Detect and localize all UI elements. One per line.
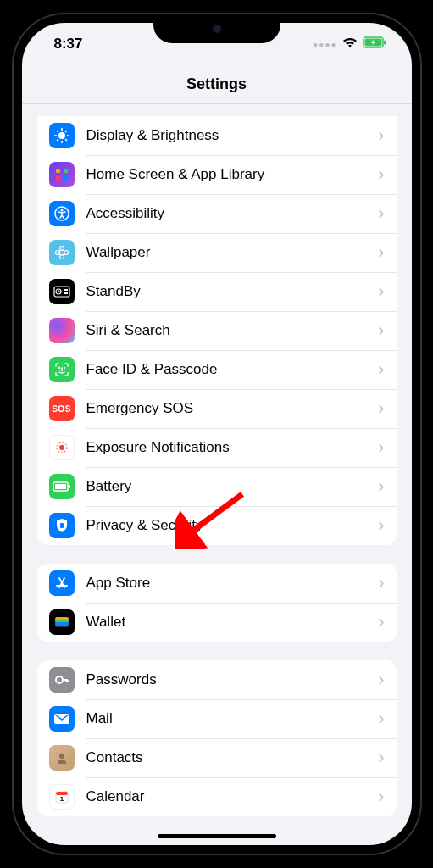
row-label: Emergency SOS <box>86 400 379 417</box>
sos-icon: SOS <box>49 396 75 421</box>
home-indicator[interactable] <box>158 834 276 838</box>
chevron-right-icon: › <box>378 320 384 342</box>
chevron-right-icon: › <box>378 476 384 498</box>
row-battery[interactable]: Battery › <box>37 467 397 506</box>
svg-point-30 <box>64 368 64 369</box>
row-label: Exposure Notifications <box>86 439 379 456</box>
svg-point-49 <box>59 754 64 759</box>
row-exposure-notifications[interactable]: Exposure Notifications › <box>37 428 397 467</box>
row-passwords[interactable]: Passwords › <box>37 660 397 699</box>
row-emergency-sos[interactable]: SOS Emergency SOS › <box>37 389 397 428</box>
row-wallet[interactable]: Wallet › <box>37 603 397 642</box>
contacts-icon <box>49 745 75 771</box>
phone-screen: 8:37 ●●●● Settings Disp <box>22 23 412 845</box>
row-mail[interactable]: Mail › <box>37 699 397 738</box>
accessibility-icon <box>49 201 75 226</box>
row-label: StandBy <box>86 283 379 300</box>
chevron-right-icon: › <box>378 572 384 594</box>
svg-rect-28 <box>64 292 68 294</box>
svg-rect-43 <box>55 622 69 626</box>
row-accessibility[interactable]: Accessibility › <box>37 194 397 233</box>
svg-rect-13 <box>64 169 68 173</box>
svg-rect-14 <box>56 176 60 181</box>
siri-icon <box>49 318 75 343</box>
row-label: Privacy & Security <box>86 517 379 534</box>
row-siri-search[interactable]: Siri & Search › <box>37 311 397 350</box>
chevron-right-icon: › <box>378 669 384 691</box>
row-label: App Store <box>86 575 379 592</box>
row-label: Home Screen & App Library <box>86 166 379 183</box>
settings-group-store: App Store › Wallet › <box>37 564 397 642</box>
row-display-brightness[interactable]: Display & Brightness › <box>37 116 397 155</box>
chevron-right-icon: › <box>378 203 384 225</box>
privacy-icon <box>49 513 75 538</box>
svg-rect-27 <box>64 289 68 291</box>
phone-frame: 8:37 ●●●● Settings Disp <box>14 14 420 854</box>
svg-rect-2 <box>384 41 386 45</box>
content[interactable]: Display & Brightness › Home Screen & App… <box>22 104 412 845</box>
row-contacts[interactable]: Contacts › <box>37 738 397 777</box>
row-label: Face ID & Passcode <box>86 361 379 378</box>
row-standby[interactable]: StandBy › <box>37 272 397 311</box>
svg-rect-34 <box>55 484 66 489</box>
chevron-right-icon: › <box>378 281 384 303</box>
header: Settings <box>22 65 412 104</box>
chevron-right-icon: › <box>378 747 384 769</box>
battery-icon <box>49 474 75 499</box>
row-wallpaper[interactable]: Wallpaper › <box>37 233 397 272</box>
row-label: Wallet <box>86 614 379 631</box>
brightness-icon <box>49 123 75 148</box>
svg-line-9 <box>65 139 67 141</box>
svg-rect-15 <box>64 176 68 181</box>
home-screen-icon <box>49 162 75 187</box>
svg-rect-23 <box>54 287 69 297</box>
status-right: ●●●● <box>313 36 386 53</box>
settings-group-accounts: Passwords › Mail › Contacts › <box>37 660 397 816</box>
row-calendar[interactable]: 1 Calendar › <box>37 777 397 816</box>
notch <box>153 14 280 43</box>
row-label: Display & Brightness <box>86 127 379 144</box>
settings-group-general: Display & Brightness › Home Screen & App… <box>37 116 397 545</box>
svg-point-17 <box>60 209 63 212</box>
svg-text:1: 1 <box>59 795 64 803</box>
chevron-right-icon: › <box>378 359 384 381</box>
status-time: 8:37 <box>54 36 83 53</box>
row-app-store[interactable]: App Store › <box>37 564 397 603</box>
wallet-icon <box>49 609 75 635</box>
chevron-right-icon: › <box>378 164 384 186</box>
chevron-right-icon: › <box>378 611 384 633</box>
wallpaper-icon <box>49 240 75 265</box>
chevron-right-icon: › <box>378 786 384 808</box>
exposure-icon <box>49 435 75 460</box>
wifi-icon <box>342 36 358 53</box>
svg-point-3 <box>58 132 65 139</box>
row-home-screen[interactable]: Home Screen & App Library › <box>37 155 397 194</box>
row-label: Wallpaper <box>86 244 379 261</box>
chevron-right-icon: › <box>378 708 384 730</box>
chevron-right-icon: › <box>378 398 384 420</box>
standby-icon <box>49 279 75 304</box>
calendar-icon: 1 <box>49 784 75 810</box>
row-label: Passwords <box>86 671 379 688</box>
svg-rect-36 <box>60 523 64 528</box>
row-label: Accessibility <box>86 205 379 222</box>
passwords-icon <box>49 667 75 693</box>
row-label: Siri & Search <box>86 322 379 339</box>
battery-charging-icon <box>363 36 386 53</box>
row-privacy-security[interactable]: Privacy & Security › <box>37 506 397 545</box>
chevron-right-icon: › <box>378 437 384 459</box>
svg-line-10 <box>57 139 58 141</box>
row-label: Calendar <box>86 788 379 805</box>
page-title: Settings <box>186 75 247 93</box>
chevron-right-icon: › <box>378 515 384 537</box>
row-label: Battery <box>86 478 379 495</box>
svg-rect-35 <box>69 485 70 488</box>
faceid-icon <box>49 357 75 382</box>
row-faceid-passcode[interactable]: Face ID & Passcode › <box>37 350 397 389</box>
svg-line-8 <box>57 131 58 132</box>
chevron-right-icon: › <box>378 242 384 264</box>
svg-point-44 <box>56 676 63 683</box>
svg-point-31 <box>59 445 64 450</box>
svg-point-29 <box>58 368 59 369</box>
svg-rect-12 <box>56 169 60 173</box>
